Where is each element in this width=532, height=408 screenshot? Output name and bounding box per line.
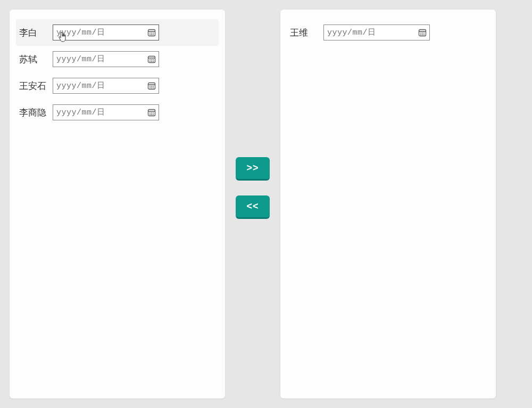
right-panel: 王维	[280, 10, 496, 398]
item-label: 王维	[290, 27, 319, 39]
list-item[interactable]: 苏轼	[16, 46, 219, 72]
date-input-wrap	[53, 104, 159, 120]
transfer-controls: >> <<	[236, 157, 270, 219]
transfer-container: 李白 苏轼 王安石	[0, 0, 532, 408]
date-input-wrap	[53, 51, 159, 67]
left-panel: 李白 苏轼 王安石	[10, 10, 225, 398]
date-input-wrap	[53, 78, 159, 94]
item-label: 王安石	[19, 80, 48, 92]
date-input[interactable]	[53, 51, 159, 67]
move-left-button[interactable]: <<	[236, 195, 270, 219]
item-label: 苏轼	[19, 53, 48, 66]
date-input[interactable]	[53, 25, 159, 40]
list-item[interactable]: 王维	[287, 19, 489, 46]
date-input[interactable]	[53, 78, 159, 94]
item-label: 李白	[19, 27, 48, 39]
date-input-wrap	[323, 25, 430, 40]
date-input-wrap	[53, 25, 159, 40]
list-item[interactable]: 王安石	[16, 72, 219, 99]
list-item[interactable]: 李白	[16, 19, 219, 46]
move-right-button[interactable]: >>	[236, 157, 270, 181]
list-item[interactable]: 李商隐	[16, 99, 219, 126]
date-input[interactable]	[323, 25, 430, 40]
date-input[interactable]	[53, 104, 159, 120]
item-label: 李商隐	[19, 107, 48, 119]
